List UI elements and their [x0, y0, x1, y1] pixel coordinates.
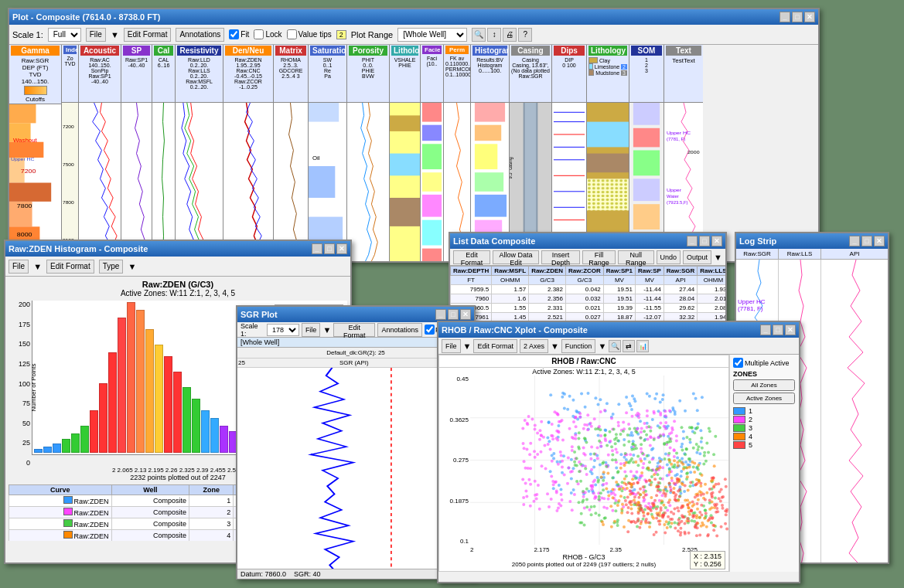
scatter-point [667, 501, 670, 504]
listdata-maximize[interactable]: □ [699, 236, 710, 246]
help-icon[interactable]: ? [518, 28, 532, 42]
depth-scale-svg: 7200 7500 7800 8100 [62, 103, 78, 261]
minimize-button[interactable]: _ [779, 12, 790, 22]
scatter-point [669, 447, 672, 450]
scatter-point [691, 426, 694, 429]
hist-type[interactable]: Type [99, 260, 124, 274]
valuetips-checkbox[interactable]: Value tips [287, 29, 332, 39]
scatter-point [585, 505, 588, 508]
listdata-row[interactable]: 7959.51.572.3820.04219.51-11.4427.441.93 [451, 285, 726, 294]
scatter-point [592, 492, 595, 495]
ld-cell-2-2: 2.331 [529, 304, 566, 313]
scatter-point [669, 485, 672, 488]
zoom-icon[interactable]: 🔍 [472, 28, 486, 42]
scale-select[interactable]: Full [48, 28, 81, 42]
plotrange-select[interactable]: [Whole Well] [397, 28, 467, 42]
annotations-button[interactable]: Annotations [176, 28, 224, 42]
fit-checkbox[interactable]: Fit [229, 29, 249, 39]
rs-maximize[interactable]: □ [861, 236, 872, 246]
scatter-point [523, 447, 526, 450]
scatter-point [639, 488, 642, 491]
scatter-point [582, 495, 585, 498]
hist-editformat[interactable]: Edit Format [46, 260, 94, 274]
lithology2-header: Lithology Clay Limestone2 Mudstone3 [587, 45, 629, 103]
xplot-2axes[interactable]: 2 Axes [520, 339, 548, 353]
hist-bar-1 [43, 447, 52, 453]
lithology-header: Lithology VSHALEPHIE [390, 45, 420, 103]
print-icon[interactable]: 🖨 [503, 28, 517, 42]
hist-close[interactable]: ✕ [336, 243, 347, 254]
listdata-close[interactable]: ✕ [711, 236, 722, 246]
lock-checkbox[interactable]: Lock [254, 29, 281, 39]
xplot-maximize[interactable]: □ [773, 325, 783, 335]
xplot-allzones-btn[interactable]: All Zones [733, 379, 795, 391]
ld-undo[interactable]: Undo [657, 250, 681, 264]
xplot-multizone[interactable]: Multiple Active [733, 358, 796, 368]
ld-editformat[interactable]: Edit Format [453, 250, 490, 264]
scatter-point [629, 500, 632, 503]
rs-minimize[interactable]: _ [849, 236, 860, 246]
scatter-point [615, 466, 618, 469]
xplot-file[interactable]: File [442, 339, 461, 353]
scatter-point [593, 417, 596, 420]
scatter-point [693, 431, 696, 434]
scatter-point [552, 457, 555, 460]
close-button[interactable]: ✕ [804, 12, 815, 22]
scatter-point [622, 421, 625, 424]
sgr-annotations[interactable]: Annotations [377, 323, 422, 337]
scatter-point [670, 431, 673, 434]
scatter-point [678, 399, 681, 403]
scatter-point [661, 466, 664, 469]
scatter-point [528, 453, 531, 456]
sgr-close[interactable]: ✕ [460, 309, 471, 320]
sgr-file[interactable]: File [302, 323, 321, 337]
ld-allowedit[interactable]: Allow Data Edit [493, 250, 539, 264]
sgr-minimize[interactable]: _ [435, 309, 446, 320]
scatter-point [701, 522, 704, 525]
scatter-point [590, 513, 593, 516]
rs-close[interactable]: ✕ [874, 236, 885, 246]
xplot-editformat[interactable]: Edit Format [473, 339, 517, 353]
ld-nullrange[interactable]: Null Range [618, 250, 653, 264]
scatter-point [597, 403, 600, 406]
cursor-icon[interactable]: ↕ [487, 28, 501, 42]
xplot-activezones-btn[interactable]: Active Zones [733, 393, 795, 404]
maximize-button[interactable]: □ [792, 12, 803, 22]
sgr-editformat[interactable]: Edit Format [333, 323, 375, 337]
scatter-point [570, 491, 573, 495]
scatter-point [710, 506, 713, 509]
sgr-maximize[interactable]: □ [448, 309, 459, 320]
hist-maximize[interactable]: □ [324, 243, 335, 254]
hist-bar-0 [34, 449, 43, 453]
scatter-point [674, 521, 677, 524]
xplot-icon2[interactable]: ⇄ [623, 340, 635, 352]
hist-file[interactable]: File [9, 260, 29, 274]
hist-yaxis: 200 175 150 125 100 75 50 25 0 [9, 301, 32, 467]
scatter-point [711, 524, 715, 527]
ld-cell-1-1: 1.6 [492, 294, 529, 304]
scatter-point [554, 480, 558, 483]
sgr-scale-select[interactable]: 178 [267, 324, 299, 336]
ld-output[interactable]: Output [683, 250, 711, 264]
edit-format-button[interactable]: Edit Format [124, 28, 172, 42]
xplot-close[interactable]: ✕ [785, 325, 796, 335]
scatter-point [708, 430, 711, 433]
xplot-minimize[interactable]: _ [760, 325, 771, 335]
facie-header: Facie Faci(10.. [421, 45, 443, 103]
listdata-row[interactable]: 7960.51.552.3310.02119.39-11.5529.622.08 [451, 304, 726, 313]
scatter-point [594, 495, 597, 498]
scatter-point [652, 410, 655, 413]
scatter-point [578, 416, 582, 419]
listdata-row[interactable]: 79601.62.3560.03219.51-11.4428.042.01 [451, 294, 726, 304]
xplot-icon1[interactable]: 🔍 [609, 340, 621, 352]
file-button[interactable]: File [86, 28, 106, 42]
hist-minimize[interactable]: _ [312, 243, 322, 254]
xplot-function[interactable]: Function [561, 339, 596, 353]
listdata-minimize[interactable]: _ [687, 236, 698, 246]
scatter-point [573, 493, 576, 496]
scatter-point [701, 447, 704, 450]
ld-insertdepth[interactable]: Insert Depth [541, 250, 580, 264]
ld-unit-1: OHMM [492, 276, 529, 285]
xplot-icon3[interactable]: 📊 [636, 340, 649, 352]
ld-fillrange[interactable]: Fill Range [582, 250, 616, 264]
